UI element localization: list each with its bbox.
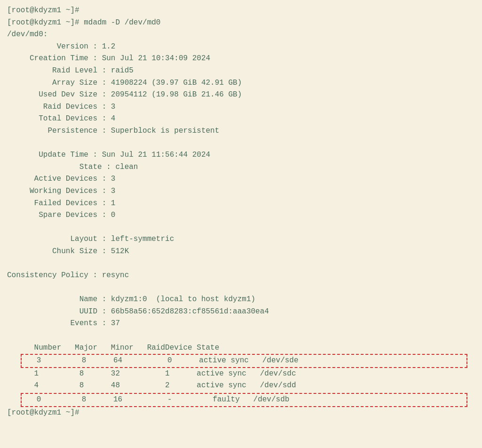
creation-time-label: Creation Time (30, 54, 88, 63)
row3-device: /dev/sdd (260, 381, 296, 390)
row2-device: /dev/sdc (260, 369, 296, 378)
row4-major: 8 (82, 395, 87, 404)
row3-major: 8 (79, 381, 84, 390)
prompt-line-3: [root@kdyzm1 ~]# (7, 408, 79, 417)
working-devices-value: 3 (111, 187, 116, 195)
state-label: State (79, 163, 102, 171)
update-time-label: Update Time (39, 151, 88, 159)
array-size-value: 41908224 (39.97 GiB 42.91 GB) (111, 79, 242, 87)
total-devices-value: 4 (111, 114, 116, 123)
table-row-highlighted-4: 0 8 16 - faulty /dev/sdb (7, 393, 475, 407)
table-row-highlighted-1: 3 8 64 0 active sync /dev/sde (7, 354, 475, 368)
working-devices-label: Working Devices (30, 187, 97, 195)
row1-state: active sync (199, 356, 249, 365)
device-name: /dev/md0: (7, 30, 47, 39)
row2-number: 1 (34, 369, 39, 378)
table-row-normal-3: 4 8 48 2 active sync /dev/sdd (7, 380, 475, 392)
spare-devices-value: 0 (111, 211, 116, 219)
state-value: clean (115, 163, 138, 171)
row1-minor: 64 (113, 356, 122, 365)
row3-number: 4 (34, 381, 39, 390)
consistency-policy-label: Consistency Policy (7, 271, 88, 280)
row1-major: 8 (82, 356, 87, 365)
prompt-line-2: [root@kdyzm1 ~]# mdadm -D /dev/md0 (7, 18, 160, 27)
raid-devices-value: 3 (111, 103, 116, 111)
row4-state: faulty (213, 395, 240, 404)
table-body: 3 8 64 0 active sync /dev/sde 1 8 32 1 a… (7, 354, 475, 407)
name-label: Name (79, 295, 97, 304)
terminal-output: [root@kdyzm1 ~]# [root@kdyzm1 ~]# mdadm … (7, 5, 475, 354)
row1-device: /dev/sde (262, 356, 299, 365)
raid-level-value: raid5 (111, 66, 134, 75)
uuid-value: 66b58a56:652d8283:cf85561d:aaa30ea4 (111, 307, 269, 316)
persistence-label: Persistence (47, 127, 97, 135)
consistency-policy-value: resync (102, 271, 129, 280)
array-size-label: Array Size (52, 79, 97, 87)
raid-level-label: Raid Level (52, 66, 97, 75)
used-dev-size-label: Used Dev Size (39, 90, 97, 99)
creation-time-value: Sun Jul 21 10:34:09 2024 (102, 54, 210, 63)
name-value: kdyzm1:0 (local to host kdyzm1) (111, 295, 255, 304)
row3-state: active sync (197, 381, 246, 390)
chunk-size-value: 512K (111, 247, 129, 256)
events-value: 37 (111, 319, 120, 328)
terminal-prompt-end: [root@kdyzm1 ~]# (7, 407, 475, 419)
row2-state: active sync (197, 369, 246, 378)
active-devices-value: 3 (111, 175, 116, 183)
failed-devices-label: Failed Devices (34, 199, 97, 208)
row4-number: 0 (37, 395, 41, 404)
layout-label: Layout (70, 235, 97, 243)
update-time-value: Sun Jul 21 11:56:44 2024 (102, 151, 210, 159)
spare-devices-label: Spare Devices (39, 211, 97, 219)
version-value: 1.2 (102, 42, 116, 51)
row4-raiddevice: - (167, 395, 172, 404)
version-label: Version (57, 42, 88, 51)
events-label: Events (70, 319, 97, 328)
row1-raiddevice: 0 (167, 356, 172, 365)
row4-minor: 16 (113, 395, 122, 404)
raid-devices-label: Raid Devices (43, 103, 97, 111)
row3-minor: 48 (111, 381, 120, 390)
failed-devices-value: 1 (111, 199, 116, 208)
table-row-normal-2: 1 8 32 1 active sync /dev/sdc (7, 368, 475, 380)
row3-raiddevice: 2 (165, 381, 170, 390)
prompt-line-1: [root@kdyzm1 ~]# (7, 6, 79, 15)
row2-raiddevice: 1 (165, 369, 170, 378)
used-dev-size-value: 20954112 (19.98 GiB 21.46 GB) (111, 90, 242, 99)
persistence-value: Superblock is persistent (111, 127, 219, 135)
row1-number: 3 (37, 356, 41, 365)
row2-major: 8 (79, 369, 84, 378)
layout-value: left-symmetric (111, 235, 174, 243)
table-header: Number Major Minor RaidDevice State (21, 344, 219, 352)
row4-device: /dev/sdb (253, 395, 290, 404)
chunk-size-label: Chunk Size (52, 247, 97, 256)
total-devices-label: Total Devices (39, 114, 97, 123)
uuid-label: UUID (79, 307, 97, 316)
active-devices-label: Active Devices (34, 175, 97, 183)
row2-minor: 32 (111, 369, 120, 378)
